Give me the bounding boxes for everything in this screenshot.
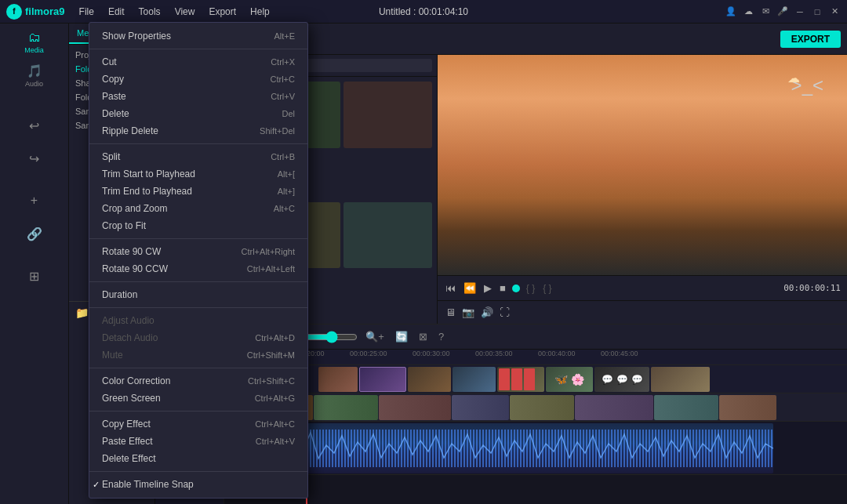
trim-end-shortcut: Alt+] (278, 187, 295, 196)
menu-tools[interactable]: Tools (133, 5, 167, 19)
mute-label: Mute (102, 350, 123, 361)
add-icon: + (31, 194, 38, 208)
divider-3 (89, 238, 307, 239)
menu-copy-effect[interactable]: Copy Effect Ctrl+Alt+C (89, 415, 307, 433)
ruler-2: 00:00:25:00 (350, 350, 387, 357)
menu-rotate-ccw[interactable]: Rotate 90 CCW Ctrl+Alt+Left (89, 260, 307, 277)
rotate-ccw-shortcut: Ctrl+Alt+Left (247, 264, 295, 274)
help-icon[interactable]: ? (435, 329, 447, 344)
preview-panel: >_< ☁ ⏮ ⏪ ▶ ■ { } { } 00:00:00:11 🖥 📷 (438, 55, 847, 324)
green-dot (512, 285, 520, 292)
menu-color-correction[interactable]: Color Correction Ctrl+Shift+C (89, 372, 307, 390)
monitor-btn[interactable]: 🖥 (444, 305, 457, 320)
maximize-btn[interactable]: □ (811, 5, 823, 18)
menu-cut[interactable]: Cut Ctrl+X (89, 53, 307, 71)
menu-file[interactable]: File (73, 5, 100, 19)
divider-6 (89, 368, 307, 368)
menu-paste-effect[interactable]: Paste Effect Ctrl+Alt+V (89, 433, 307, 450)
timeline-tracks-right: 00:00:15:00 00:00:20:00 00:00:25:00 00:0… (224, 350, 847, 504)
effect-item-2[interactable] (344, 82, 432, 199)
menu-section-7: Color Correction Ctrl+Shift+C Green Scre… (89, 371, 307, 408)
menu-crop-fit[interactable]: Crop to Fit (89, 217, 307, 234)
sidebar-label-audio: Audio (25, 80, 43, 88)
menu-edit[interactable]: Edit (102, 5, 131, 19)
track-row-audio[interactable] (224, 422, 847, 475)
menu-trim-start[interactable]: Trim Start to Playhead Alt+[ (89, 165, 307, 183)
paste-effect-shortcut: Ctrl+Alt+V (256, 437, 295, 446)
divider-8 (89, 471, 307, 472)
menu-section-2: Cut Ctrl+X Copy Ctrl+C Paste Ctrl+V Dele… (89, 52, 307, 141)
step-back-btn[interactable]: ⏮ (444, 281, 457, 296)
menu-detach-audio[interactable]: Detach Audio Ctrl+Alt+D (89, 329, 307, 346)
minimize-btn[interactable]: ─ (794, 5, 806, 18)
menu-crop-zoom[interactable]: Crop and Zoom Alt+C (89, 200, 307, 217)
media-icon: 🗂 (28, 31, 41, 45)
volume-btn[interactable]: 🔊 (479, 305, 495, 320)
mic-btn[interactable]: 🎤 (776, 5, 789, 18)
play-btn[interactable]: ▶ (482, 281, 493, 296)
menu-copy[interactable]: Copy Ctrl+C (89, 71, 307, 88)
logo-icon: f (6, 4, 22, 20)
sidebar-item-media[interactable]: 🗂 Media (9, 27, 60, 58)
menu-view[interactable]: View (169, 5, 202, 19)
audio-icon: 🎵 (27, 63, 42, 78)
window-controls: 👤 ☁ ✉ 🎤 ─ □ ✕ (725, 5, 841, 18)
stop-btn[interactable]: ■ (498, 281, 507, 296)
export-button[interactable]: EXPORT (780, 31, 841, 48)
fullscreen-btn[interactable]: ⛶ (498, 305, 511, 320)
menu-rotate-cw[interactable]: Rotate 90 CW Ctrl+Alt+Right (89, 243, 307, 260)
sidebar-item-redo[interactable]: ↪ (9, 143, 60, 174)
effect-item-5[interactable] (344, 202, 432, 320)
sidebar-label-media: Media (24, 46, 44, 54)
show-properties-shortcut: Alt+E (274, 31, 295, 41)
menu-delete-effect[interactable]: Delete Effect (89, 450, 307, 467)
cut-shortcut: Ctrl+X (271, 57, 295, 67)
preview-controls: ⏮ ⏪ ▶ ■ { } { } 00:00:00:11 (438, 275, 847, 300)
ruler-6: 00:00:45:00 (601, 350, 638, 357)
zoom-in-icon[interactable]: 🔍+ (362, 329, 387, 344)
mail-btn[interactable]: ✉ (759, 5, 772, 18)
close-btn[interactable]: ✕ (828, 5, 841, 18)
enable-snap-label: Enable Timeline Snap (102, 479, 194, 490)
cloud-btn[interactable]: ☁ (742, 5, 754, 18)
cut-label: Cut (102, 56, 117, 67)
menu-green-screen[interactable]: Green Screen Ctrl+Alt+G (89, 390, 307, 407)
menu-section-5: Duration (89, 285, 307, 305)
sidebar-item-mosaic[interactable]: ⊞ (9, 260, 60, 292)
menu-show-properties[interactable]: Show Properties Alt+E (89, 27, 307, 45)
ruler-4: 00:00:35:00 (475, 350, 513, 357)
sidebar-item-undo[interactable]: ↩ (9, 110, 60, 141)
sidebar-item-audio[interactable]: 🎵 Audio (9, 60, 60, 91)
menu-split[interactable]: Split Ctrl+B (89, 148, 307, 165)
preview-bottom: 🖥 📷 🔊 ⛶ (438, 300, 847, 324)
menu-paste[interactable]: Paste Ctrl+V (89, 88, 307, 105)
menu-ripple-delete[interactable]: Ripple Delete Shift+Del (89, 122, 307, 140)
track-row-2[interactable]: 🦋🌸 💬💬💬 (224, 365, 847, 393)
snapshot-btn[interactable]: 📷 (460, 305, 476, 320)
profile-btn[interactable]: 👤 (725, 5, 737, 18)
sidebar-item-add[interactable]: + (9, 185, 60, 216)
split2-icon[interactable]: ⊠ (416, 329, 431, 344)
sidebar-item-link[interactable]: 🔗 (9, 218, 60, 249)
menu-duration[interactable]: Duration (89, 286, 307, 303)
loop-icon[interactable]: 🔄 (392, 329, 411, 344)
titlebar: f filmora9 File Edit Tools View Export H… (0, 0, 847, 24)
divider-1 (89, 49, 307, 49)
trim-start-label: Trim Start to Playhead (102, 169, 195, 179)
menu-export[interactable]: Export (202, 5, 242, 19)
menu-help[interactable]: Help (244, 5, 276, 19)
copy-effect-shortcut: Ctrl+Alt+C (255, 419, 295, 429)
divider-2 (89, 143, 307, 144)
color-correction-shortcut: Ctrl+Shift+C (248, 376, 295, 386)
menu-adjust-audio[interactable]: Adjust Audio (89, 312, 307, 329)
rotate-ccw-label: Rotate 90 CCW (102, 263, 168, 274)
menu-delete[interactable]: Delete Del (89, 105, 307, 122)
menu-trim-end[interactable]: Trim End to Playhead Alt+] (89, 183, 307, 200)
rewind-btn[interactable]: ⏪ (462, 281, 478, 296)
menu-enable-snap[interactable]: ✓ Enable Timeline Snap (89, 476, 307, 493)
track-row-1[interactable]: ▶ clip (224, 393, 847, 422)
menu-mute[interactable]: Mute Ctrl+Shift+M (89, 346, 307, 364)
crop-zoom-label: Crop and Zoom (102, 203, 167, 214)
copy-label: Copy (102, 74, 124, 85)
window-title: Untitled : 00:01:04:10 (379, 6, 468, 17)
